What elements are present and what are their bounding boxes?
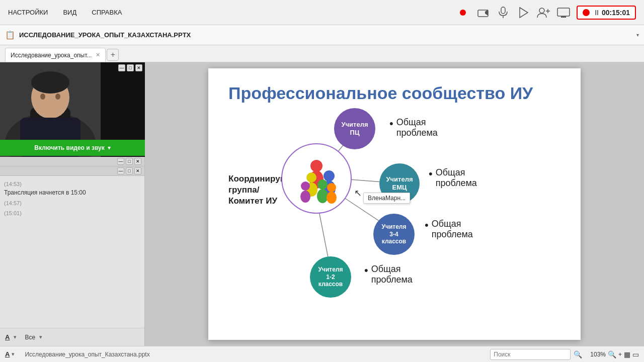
recording-button[interactable]: II 00:15:01: [577, 6, 636, 20]
title-bar: 📋 ИССЛЕДОВАНИЕ_УРОКА_ОПЫТ_КАЗАХСТАНА.PPT…: [0, 25, 644, 45]
menu-item-settings[interactable]: НАСТРОЙКИ: [8, 9, 48, 16]
svg-rect-2: [501, 7, 505, 14]
video-btn-arrow-icon: ▾: [108, 144, 111, 151]
layout-icon[interactable]: ▭: [632, 350, 639, 358]
add-person-icon[interactable]: [536, 6, 550, 20]
search-icon[interactable]: 🔍: [574, 350, 582, 358]
bullet-text-3: • Общая проблема: [425, 219, 473, 240]
chat-area: (14:53) Трансляция начнется в 15:00 (14:…: [0, 176, 144, 328]
svg-point-17: [55, 94, 60, 100]
file-title: ИССЛЕДОВАНИЕ_УРОКА_ОПЫТ_КАЗАХСТАНА.PPTX: [19, 31, 630, 39]
svg-point-33: [327, 192, 337, 204]
svg-point-30: [301, 182, 310, 191]
tab-bar: Исследование_урока_опыт... ✕ +: [0, 45, 644, 62]
status-a-label[interactable]: A: [5, 350, 10, 358]
zoom-level: 103%: [590, 351, 606, 358]
menu-item-view[interactable]: ВИД: [63, 9, 76, 16]
svg-marker-1: [485, 10, 488, 16]
video-panel-controls: — □ ✕: [118, 64, 142, 71]
menu-item-help[interactable]: СПРАВКА: [92, 9, 122, 16]
text-format-a[interactable]: A: [5, 333, 10, 341]
center-circle: [281, 143, 352, 214]
svg-rect-9: [561, 16, 566, 18]
status-filename: Исследование_урока_опыт_Казахстана.pptx: [25, 351, 149, 358]
slide-container: Профессиональное сообщество ИУ Координир…: [208, 68, 581, 340]
chat-message-1: (14:53) Трансляция начнется в 15:00: [4, 180, 140, 197]
record-timer: 00:15:01: [602, 9, 630, 17]
record-indicator: [583, 9, 590, 16]
status-dropdown-arrow[interactable]: ▾: [12, 351, 15, 357]
video-controls-bar[interactable]: Включить видео и звук ▾: [0, 140, 145, 156]
pause-indicator: II: [595, 9, 599, 17]
tab-main[interactable]: Исследование_урока_опыт... ✕: [5, 48, 106, 62]
panel3-maximize[interactable]: □: [126, 167, 133, 174]
node-uchitel-12: Учителя 1-2 классов: [310, 256, 351, 298]
chat-bottom-bar: A ▾ Все ▾: [0, 328, 144, 346]
panel3-minimize[interactable]: —: [117, 167, 124, 174]
panel2-maximize[interactable]: □: [126, 158, 133, 165]
camera-icon[interactable]: [476, 6, 490, 20]
bullet-text-4: • Общая проблема: [364, 264, 413, 285]
share-screen-icon[interactable]: [556, 6, 571, 20]
svg-point-24: [324, 170, 335, 182]
svg-point-14: [31, 71, 69, 94]
svg-point-28: [317, 179, 328, 190]
toolbar-right: II 00:15:01: [456, 6, 636, 20]
bullet-text-1: • Общая проблема: [389, 117, 438, 138]
minimize-button[interactable]: —: [118, 64, 125, 71]
panel3-close[interactable]: ✕: [134, 167, 141, 174]
svg-point-31: [300, 191, 310, 203]
panel3-controls: — □ ✕: [0, 166, 144, 176]
bullet-text-2: • Общая проблема: [429, 167, 477, 189]
slide-area: Профессиональное сообщество ИУ Координир…: [145, 62, 644, 346]
tab-label: Исследование_урока_опыт...: [11, 52, 92, 59]
main-area: — □ ✕: [0, 62, 644, 346]
chat-message-3: (15:01): [4, 209, 140, 218]
zoom-controls: 103% 🔍 + ▦ ▭: [590, 350, 639, 358]
title-dropdown-arrow[interactable]: ▾: [636, 32, 639, 38]
panel2-minimize[interactable]: —: [117, 158, 124, 165]
svg-point-29: [317, 189, 328, 203]
node-uchitel-pc: Учителя ПЦ: [334, 108, 375, 149]
record-dot-icon[interactable]: [456, 6, 470, 20]
chat-dropdown-arrow[interactable]: ▾: [14, 334, 17, 340]
left-panel: — □ ✕: [0, 62, 145, 346]
maximize-button[interactable]: □: [127, 64, 134, 71]
chat-filter-arrow[interactable]: ▾: [39, 334, 42, 340]
cursor-tooltip: ВленаМарн...: [363, 193, 410, 204]
svg-point-16: [40, 94, 45, 100]
panel2-close[interactable]: ✕: [134, 158, 141, 165]
slide-title: Профессиональное сообщество ИУ: [228, 83, 560, 103]
video-area: Включить видео и звук ▾: [0, 62, 145, 157]
status-bar: A ▾ Исследование_урока_опыт_Казахстана.p…: [0, 346, 644, 362]
people-figure-icon: [286, 148, 347, 209]
svg-point-5: [539, 8, 544, 13]
node-uchitel-34: Учителя 3-4 классов: [373, 214, 415, 255]
play-icon[interactable]: [516, 6, 530, 20]
svg-point-32: [327, 183, 336, 192]
file-icon: 📋: [5, 30, 15, 40]
close-button[interactable]: ✕: [135, 64, 142, 71]
svg-point-22: [310, 160, 323, 172]
svg-point-26: [306, 172, 316, 183]
svg-rect-8: [557, 8, 570, 16]
panel2-win-controls: — □ ✕: [117, 158, 141, 165]
zoom-in-icon[interactable]: +: [618, 351, 622, 358]
slide-content: Координирующая группа/ Комитет ИУ: [228, 113, 560, 325]
microphone-icon[interactable]: [496, 6, 510, 20]
view-toggle-icon[interactable]: ▦: [624, 350, 630, 358]
zoom-out-icon[interactable]: 🔍: [608, 350, 616, 358]
status-search-area: 🔍: [490, 349, 582, 360]
tab-close-icon[interactable]: ✕: [96, 52, 100, 58]
panel3-win-controls: — □ ✕: [117, 167, 141, 174]
cursor-arrow-icon: ↖: [354, 188, 362, 199]
panel2-controls: — □ ✕: [0, 157, 144, 166]
svg-marker-4: [520, 8, 528, 18]
menu-bar: НАСТРОЙКИ ВИД СПРАВКА II 00:15:: [0, 0, 644, 25]
search-input[interactable]: [490, 349, 571, 360]
tab-add-button[interactable]: +: [107, 49, 119, 61]
chat-filter-label: Все: [25, 334, 35, 341]
video-btn-label: Включить видео и звук: [34, 144, 104, 151]
chat-message-2: (14:57): [4, 199, 140, 208]
